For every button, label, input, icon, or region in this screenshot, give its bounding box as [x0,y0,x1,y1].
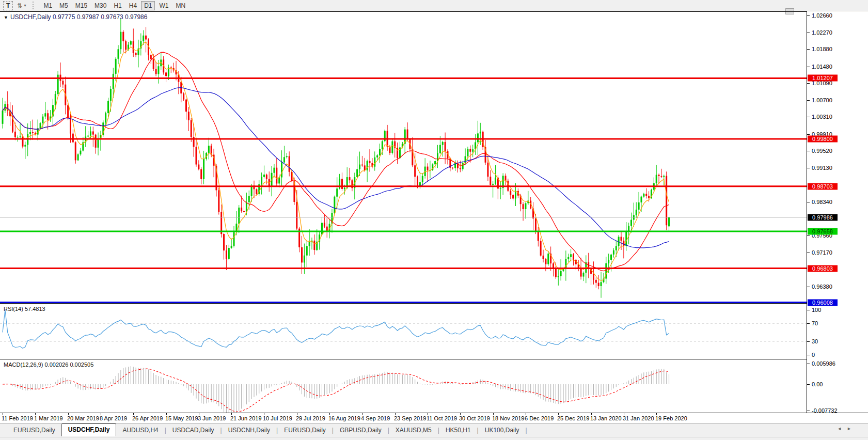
date-axis-label: 31 Jan 2020 [623,415,654,421]
timeframe-button-h1[interactable]: H1 [111,1,124,10]
price-tag-resistance: 0.98703 [808,183,838,190]
sort-arrows-icon: ⇅ [17,2,22,9]
date-axis-label: 20 Mar 2019 [67,415,99,421]
date-axis-label: 21 Jun 2019 [230,415,262,421]
chart-tab-uk100-daily[interactable]: UK100,Daily [479,425,526,436]
date-axis-label: 1 Mar 2019 [34,415,63,421]
chart-tab-usdcad-daily[interactable]: USDCAD,Daily [166,425,220,436]
date-axis-tick [558,413,559,415]
zorder-tool-button[interactable]: ⇅ ▾ [14,1,29,10]
timeframe-button-w1[interactable]: W1 [156,1,171,10]
price-axis-label: 1.00700 [812,97,832,103]
date-axis-tick [329,413,330,415]
chart-tab-eurusd-daily[interactable]: EURUSD,Daily [7,425,61,436]
macd-chart-canvas[interactable] [0,359,807,413]
chart-tab-eurusd-daily[interactable]: EURUSD,Daily [278,425,332,436]
date-axis-tick [3,413,3,415]
date-axis-label: 6 Dec 2019 [525,415,554,421]
date-axis-tick [199,413,199,415]
tab-scroll-left-icon[interactable]: ◄ [837,426,847,431]
price-axis-label: 0.97170 [812,249,832,256]
timeframe-button-mn[interactable]: MN [172,1,188,10]
price-axis-label: 1.02270 [812,29,832,36]
price-axis-label: 1.01480 [812,64,832,70]
chart-tab-gbpusd-daily[interactable]: GBPUSD,Daily [334,425,388,436]
tab-scrollers: ◄► [837,426,857,431]
date-axis-tick [35,413,36,415]
date-axis-label: 29 Jul 2019 [296,415,325,421]
date-axis-tick [166,413,167,415]
price-axis-tick [807,83,810,84]
rsi-axis-tick [807,323,810,324]
price-tag-support: 0.97658 [808,228,838,235]
price-axis-tick [807,33,810,33]
date-axis-tick [264,413,264,415]
date-axis-label: 4 Sep 2019 [361,415,390,421]
date-axis-tick [591,413,592,415]
timeframe-button-group: M1M5M15M30H1H4D1W1MN [40,1,189,10]
price-axis[interactable]: 1.026601.022701.018801.014801.010901.007… [807,11,868,413]
date-axis-tick [493,413,494,415]
chart-tab-xauusd-m5[interactable]: XAUUSD,M5 [389,425,438,436]
timeframe-button-m1[interactable]: M1 [40,1,55,10]
date-axis-label: 8 Apr 2019 [100,415,127,421]
tab-separator: | [525,427,527,434]
timeframe-button-m30[interactable]: M30 [91,1,109,10]
timeframe-button-h4[interactable]: H4 [126,1,140,10]
price-axis-tick [807,235,810,236]
macd-axis-tick [807,411,810,411]
chart-title: ▼USDCHF,Daily 0.97775 0.97987 0.97673 0.… [4,13,147,21]
date-axis-tick [297,413,297,415]
main-chart-canvas[interactable] [0,12,807,303]
date-axis-label: 19 Feb 2020 [655,415,687,421]
date-axis-label: 3 Jun 2019 [198,415,226,421]
chart-tab-audusd-h4[interactable]: AUDUSD,H4 [116,425,164,436]
tab-scroll-right-icon[interactable]: ► [847,426,857,431]
date-axis-tick [460,413,461,415]
date-axis-label: 25 Dec 2019 [557,415,589,421]
price-axis-label: 1.00310 [812,114,832,120]
price-axis-tick [807,67,810,67]
toolbar-grip[interactable] [33,2,36,9]
price-axis-label: 1.02660 [812,12,832,19]
date-axis[interactable]: 11 Feb 20191 Mar 201920 Mar 20198 Apr 20… [0,413,868,423]
price-tag-current: 0.97986 [808,214,838,221]
rsi-axis-label: 100 [812,307,821,313]
chart-tab-bar: EURUSD,DailyUSDCHF,DailyAUDUSD,H4|USDCAD… [0,423,868,437]
rsi-chart-canvas[interactable] [0,304,807,359]
rsi-axis-label: 0 [812,352,815,358]
date-axis-tick [101,413,101,415]
price-axis-tick [807,100,810,101]
price-axis-label: 0.98340 [812,199,832,205]
symbol-dropdown-icon[interactable]: ▼ [4,15,8,20]
chart-tab-hk50-h1[interactable]: HK50,H1 [439,425,477,436]
chart-title-text: USDCHF,Daily 0.97775 0.97987 0.97673 0.9… [10,13,148,21]
timeframe-button-m15[interactable]: M15 [72,1,90,10]
price-tag-resistance: 0.99800 [808,136,838,143]
rsi-axis-label: 70 [812,320,818,326]
rsi-axis-label: 30 [812,338,818,344]
macd-axis-tick [807,364,810,364]
date-axis-tick [526,413,526,415]
chart-tab-usdcnh-daily[interactable]: USDCNH,Daily [222,425,276,436]
date-axis-label: 30 Oct 2019 [459,415,490,421]
price-tag-resistance: 1.01207 [808,75,838,82]
price-axis-tick [807,134,810,135]
date-axis-label: 13 Jan 2020 [590,415,622,421]
date-axis-label: 16 Aug 2019 [328,415,360,421]
date-axis-tick [395,413,396,415]
timeframe-button-m5[interactable]: M5 [56,1,71,10]
rsi-label: RSI(14) 57.4813 [4,306,45,312]
timeframe-button-d1[interactable]: D1 [141,1,155,10]
text-tool-button[interactable]: T [3,1,13,10]
rsi-axis-tick [807,355,810,355]
date-axis-tick [624,413,624,415]
macd-axis-label: 0.005986 [812,360,835,367]
chart-tab-usdchf-daily[interactable]: USDCHF,Daily [61,423,117,436]
date-axis-label: 18 Nov 2019 [492,415,524,421]
rsi-axis-tick [807,341,810,342]
rsi-axis-tick [807,310,810,310]
date-axis-tick [68,413,69,415]
price-axis-label: 0.96380 [812,284,832,290]
top-toolbar: T ⇅ ▾ M1M5M15M30H1H4D1W1MN [0,0,868,11]
